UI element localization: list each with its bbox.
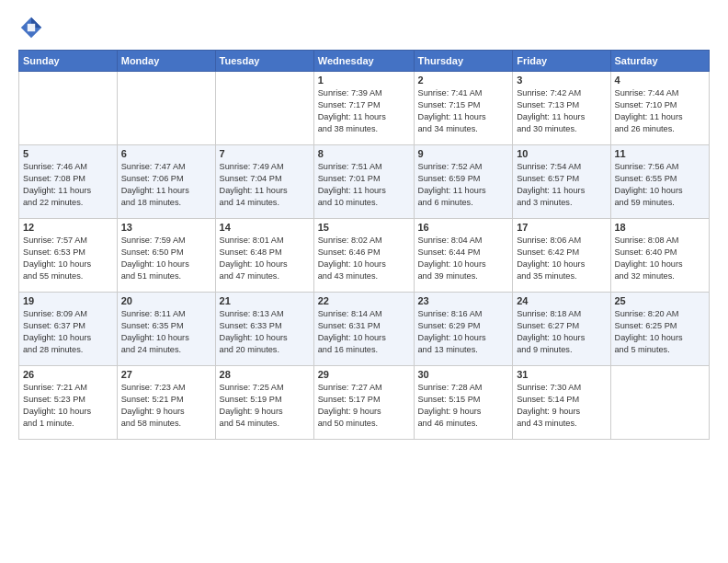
day-number: 13 [121,222,211,233]
calendar-cell: 24Sunrise: 8:18 AM Sunset: 6:27 PM Dayli… [513,293,610,366]
day-info: Sunrise: 8:08 AM Sunset: 6:40 PM Dayligh… [615,235,706,282]
calendar-cell: 15Sunrise: 8:02 AM Sunset: 6:46 PM Dayli… [313,219,414,293]
calendar-cell: 11Sunrise: 7:56 AM Sunset: 6:55 PM Dayli… [610,145,710,219]
day-info: Sunrise: 7:52 AM Sunset: 6:59 PM Dayligh… [418,161,509,209]
logo [18,15,50,40]
day-number: 25 [615,295,706,306]
calendar-cell: 3Sunrise: 7:42 AM Sunset: 7:13 PM Daylig… [513,72,610,145]
day-info: Sunrise: 7:59 AM Sunset: 6:50 PM Dayligh… [121,235,211,282]
calendar-cell: 8Sunrise: 7:51 AM Sunset: 7:01 PM Daylig… [313,145,414,219]
calendar-week-row: 26Sunrise: 7:21 AM Sunset: 5:23 PM Dayli… [19,366,710,440]
calendar-cell [19,72,118,145]
calendar-header-friday: Friday [513,51,610,72]
day-number: 8 [318,148,410,159]
day-info: Sunrise: 7:39 AM Sunset: 7:17 PM Dayligh… [318,87,410,135]
day-number: 26 [23,369,113,380]
calendar-cell: 26Sunrise: 7:21 AM Sunset: 5:23 PM Dayli… [19,366,118,440]
day-number: 11 [615,148,706,159]
day-number: 16 [418,222,509,233]
day-number: 19 [23,295,113,306]
day-number: 5 [23,148,113,159]
day-info: Sunrise: 7:41 AM Sunset: 7:15 PM Dayligh… [418,87,509,135]
header [18,15,710,40]
day-number: 10 [517,148,606,159]
calendar-header-tuesday: Tuesday [215,51,313,72]
day-info: Sunrise: 7:44 AM Sunset: 7:10 PM Dayligh… [615,87,706,135]
day-number: 18 [615,222,706,233]
day-info: Sunrise: 7:49 AM Sunset: 7:04 PM Dayligh… [220,161,310,209]
day-info: Sunrise: 7:56 AM Sunset: 6:55 PM Dayligh… [615,161,706,209]
day-info: Sunrise: 7:46 AM Sunset: 7:08 PM Dayligh… [23,161,113,209]
day-number: 23 [418,295,509,306]
calendar-cell: 5Sunrise: 7:46 AM Sunset: 7:08 PM Daylig… [19,145,118,219]
calendar-cell: 7Sunrise: 7:49 AM Sunset: 7:04 PM Daylig… [215,145,313,219]
day-info: Sunrise: 7:54 AM Sunset: 6:57 PM Dayligh… [517,161,606,209]
calendar-header-row: SundayMondayTuesdayWednesdayThursdayFrid… [19,51,710,72]
day-number: 27 [121,369,211,380]
calendar-cell: 12Sunrise: 7:57 AM Sunset: 6:53 PM Dayli… [19,219,118,293]
calendar-cell [215,72,313,145]
day-number: 9 [418,148,509,159]
day-info: Sunrise: 7:42 AM Sunset: 7:13 PM Dayligh… [517,87,606,135]
calendar-cell: 22Sunrise: 8:14 AM Sunset: 6:31 PM Dayli… [313,293,414,366]
calendar-cell: 27Sunrise: 7:23 AM Sunset: 5:21 PM Dayli… [117,366,215,440]
day-number: 24 [517,295,606,306]
calendar-cell: 2Sunrise: 7:41 AM Sunset: 7:15 PM Daylig… [414,72,513,145]
svg-rect-2 [28,24,35,31]
day-number: 29 [318,369,410,380]
day-info: Sunrise: 7:25 AM Sunset: 5:19 PM Dayligh… [220,382,310,430]
day-number: 7 [220,148,310,159]
day-info: Sunrise: 8:04 AM Sunset: 6:44 PM Dayligh… [418,235,509,282]
day-info: Sunrise: 7:21 AM Sunset: 5:23 PM Dayligh… [23,382,113,430]
day-number: 12 [23,222,113,233]
calendar-cell: 31Sunrise: 7:30 AM Sunset: 5:14 PM Dayli… [513,366,610,440]
day-info: Sunrise: 8:18 AM Sunset: 6:27 PM Dayligh… [517,308,606,356]
day-info: Sunrise: 7:27 AM Sunset: 5:17 PM Dayligh… [318,382,410,430]
calendar-cell [117,72,215,145]
day-number: 4 [615,75,706,86]
day-info: Sunrise: 7:28 AM Sunset: 5:15 PM Dayligh… [418,382,509,430]
calendar-cell: 20Sunrise: 8:11 AM Sunset: 6:35 PM Dayli… [117,293,215,366]
day-number: 3 [517,75,606,86]
calendar-cell: 18Sunrise: 8:08 AM Sunset: 6:40 PM Dayli… [610,219,710,293]
calendar-cell: 4Sunrise: 7:44 AM Sunset: 7:10 PM Daylig… [610,72,710,145]
calendar-cell: 23Sunrise: 8:16 AM Sunset: 6:29 PM Dayli… [414,293,513,366]
calendar-cell: 16Sunrise: 8:04 AM Sunset: 6:44 PM Dayli… [414,219,513,293]
day-number: 21 [220,295,310,306]
calendar-week-row: 19Sunrise: 8:09 AM Sunset: 6:37 PM Dayli… [19,293,710,366]
calendar-header-sunday: Sunday [19,51,118,72]
day-info: Sunrise: 8:13 AM Sunset: 6:33 PM Dayligh… [220,308,310,356]
day-info: Sunrise: 8:11 AM Sunset: 6:35 PM Dayligh… [121,308,211,356]
day-info: Sunrise: 8:14 AM Sunset: 6:31 PM Dayligh… [318,308,410,356]
calendar-header-thursday: Thursday [414,51,513,72]
day-number: 20 [121,295,211,306]
day-number: 6 [121,148,211,159]
day-info: Sunrise: 8:16 AM Sunset: 6:29 PM Dayligh… [418,308,509,356]
day-number: 31 [517,369,606,380]
day-number: 22 [318,295,410,306]
page: SundayMondayTuesdayWednesdayThursdayFrid… [0,0,728,563]
calendar-cell: 19Sunrise: 8:09 AM Sunset: 6:37 PM Dayli… [19,293,118,366]
day-info: Sunrise: 7:47 AM Sunset: 7:06 PM Dayligh… [121,161,211,209]
day-info: Sunrise: 7:57 AM Sunset: 6:53 PM Dayligh… [23,235,113,282]
calendar-week-row: 12Sunrise: 7:57 AM Sunset: 6:53 PM Dayli… [19,219,710,293]
calendar-table: SundayMondayTuesdayWednesdayThursdayFrid… [18,50,710,440]
calendar-header-monday: Monday [117,51,215,72]
day-info: Sunrise: 8:06 AM Sunset: 6:42 PM Dayligh… [517,235,606,282]
day-info: Sunrise: 7:23 AM Sunset: 5:21 PM Dayligh… [121,382,211,430]
calendar-cell: 14Sunrise: 8:01 AM Sunset: 6:48 PM Dayli… [215,219,313,293]
calendar-header-saturday: Saturday [610,51,710,72]
day-number: 2 [418,75,509,86]
day-number: 1 [318,75,410,86]
day-number: 28 [220,369,310,380]
calendar-cell: 10Sunrise: 7:54 AM Sunset: 6:57 PM Dayli… [513,145,610,219]
calendar-cell: 6Sunrise: 7:47 AM Sunset: 7:06 PM Daylig… [117,145,215,219]
day-number: 15 [318,222,410,233]
calendar-week-row: 5Sunrise: 7:46 AM Sunset: 7:08 PM Daylig… [19,145,710,219]
calendar-cell: 13Sunrise: 7:59 AM Sunset: 6:50 PM Dayli… [117,219,215,293]
calendar-cell: 21Sunrise: 8:13 AM Sunset: 6:33 PM Dayli… [215,293,313,366]
day-info: Sunrise: 7:30 AM Sunset: 5:14 PM Dayligh… [517,382,606,430]
day-info: Sunrise: 8:09 AM Sunset: 6:37 PM Dayligh… [23,308,113,356]
day-info: Sunrise: 8:01 AM Sunset: 6:48 PM Dayligh… [220,235,310,282]
logo-icon [18,15,44,40]
